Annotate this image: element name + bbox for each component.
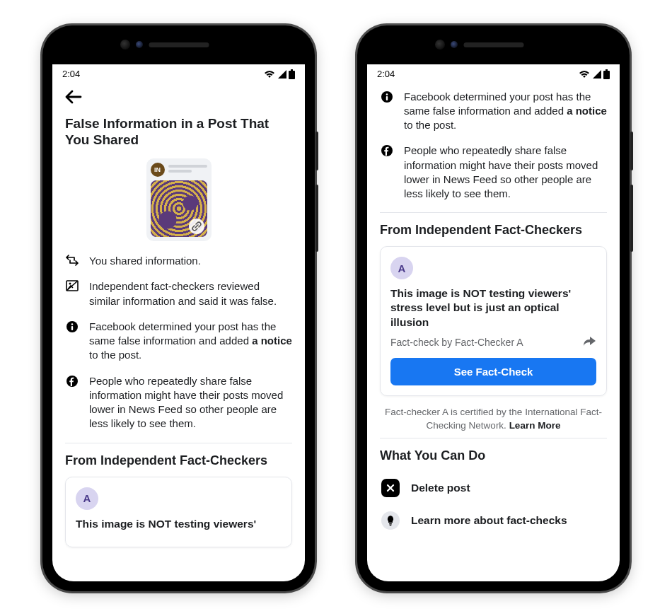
info-reviewed-text: Independent fact-checkers reviewed simil… [89,279,292,308]
svg-rect-6 [71,326,73,330]
arrow-left-icon [65,90,82,104]
wifi-icon [264,70,275,79]
svg-rect-15 [390,525,392,525]
info-determined: Facebook determined your post has the sa… [65,320,292,363]
screen: 2:04 False Information in a Post That Yo… [52,64,305,581]
facebook-icon [380,144,394,201]
content-area: Facebook determined your post has the sa… [367,83,620,581]
image-cross-icon [65,279,79,308]
page-title: False Information in a Post That You Sha… [65,115,292,149]
post-thumbnail[interactable]: IN [146,158,212,241]
share-arrow-icon [582,335,596,347]
info-repeated-text: People who repeatedly share false inform… [404,144,607,201]
certification-note: Fact-checker A is certified by the Inter… [384,406,603,433]
divider [65,443,292,443]
screen: 2:04 Facebook determined your post has t… [367,64,620,581]
info-determined-text: Facebook determined your post has the sa… [404,90,607,133]
actions-heading: What You Can Do [380,448,607,463]
svg-rect-14 [389,523,392,525]
post-thumbnail-wrap: IN [65,158,292,241]
status-icons [579,69,610,79]
svg-rect-1 [291,69,293,71]
signal-icon [277,70,286,79]
see-factcheck-button[interactable]: See Fact-Check [390,358,596,385]
factcheck-title: This image is NOT testing viewers' stres… [390,286,596,329]
learn-more-action[interactable]: Learn more about fact-checks [380,504,607,537]
divider [380,212,607,213]
facebook-icon [65,374,79,431]
factcheck-title: This image is NOT testing viewers' [76,517,282,531]
share-button[interactable] [582,335,596,349]
battery-icon [289,69,295,79]
status-icons [264,69,295,79]
svg-point-3 [69,283,71,285]
post-text-placeholder [168,165,207,175]
delete-post-label: Delete post [411,482,470,494]
delete-icon [381,479,400,497]
front-camera [120,40,130,50]
back-button[interactable] [65,84,292,115]
info-reviewed: Independent fact-checkers reviewed simil… [65,279,292,308]
svg-point-11 [386,93,388,95]
status-time: 2:04 [377,69,395,79]
factchecker-avatar: A [390,257,413,279]
factcheck-byline: Fact-check by Fact-Checker A [390,337,523,348]
info-repeated-text: People who repeatedly share false inform… [89,374,292,431]
phone-left: 2:04 False Information in a Post That Yo… [42,25,315,591]
info-shared: You shared information. [65,254,292,268]
post-avatar: IN [151,163,165,177]
front-sensor [451,41,458,48]
power-button [315,132,318,170]
factcheck-card: A This image is NOT testing viewers' str… [380,246,607,395]
signal-icon [592,70,601,79]
content-area: False Information in a Post That You Sha… [52,84,305,581]
factchecker-avatar: A [76,487,98,510]
svg-rect-12 [386,96,388,100]
factcheckers-heading: From Independent Fact-Checkers [380,223,607,238]
front-camera [435,40,445,50]
factcheckers-heading: From Independent Fact-Checkers [65,453,292,468]
svg-rect-9 [606,69,608,71]
share-icon [65,254,79,268]
volume-button [630,185,633,252]
info-icon [380,90,394,133]
learn-more-label: Learn more about fact-checks [411,514,567,527]
info-determined: Facebook determined your post has the sa… [380,90,607,133]
link-icon [189,219,204,234]
info-repeated: People who repeatedly share false inform… [65,374,292,431]
svg-point-5 [71,323,74,325]
svg-rect-8 [603,71,610,79]
info-shared-text: You shared information. [89,254,292,268]
volume-button [315,185,318,252]
info-repeated: People who repeatedly share false inform… [380,144,607,201]
status-time: 2:04 [62,69,80,79]
speaker-grille [149,42,209,47]
info-determined-text: Facebook determined your post has the sa… [89,320,292,363]
status-bar: 2:04 [52,64,305,84]
info-icon [65,320,79,363]
phone-right: 2:04 Facebook determined your post has t… [357,25,630,591]
front-sensor [136,41,143,48]
delete-post-action[interactable]: Delete post [380,472,607,504]
speaker-grille [463,42,523,47]
learn-more-link[interactable]: Learn More [509,420,561,431]
status-bar: 2:04 [367,64,620,84]
lightbulb-icon [381,511,400,530]
post-image [151,180,207,237]
wifi-icon [579,70,590,79]
battery-icon [603,69,610,79]
divider [380,438,607,438]
power-button [630,132,633,170]
factcheck-card[interactable]: A This image is NOT testing viewers' [65,477,292,547]
svg-rect-0 [289,71,295,79]
